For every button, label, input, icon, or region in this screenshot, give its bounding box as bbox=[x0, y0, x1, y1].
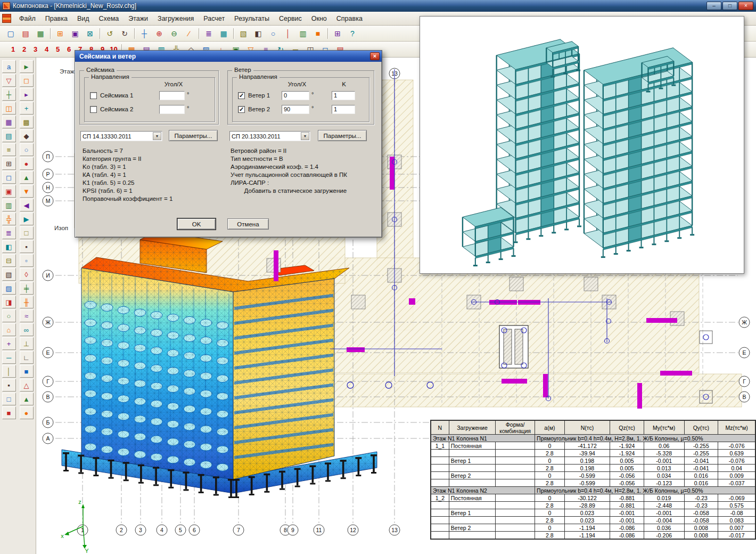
seismic-2-checkbox[interactable] bbox=[90, 106, 97, 113]
left-tool-icon-2-17[interactable]: ╪ bbox=[20, 282, 34, 295]
storey-number-3[interactable]: 3 bbox=[31, 45, 39, 53]
left-tool-icon-1-26[interactable]: ■ bbox=[2, 406, 16, 419]
walls-icon[interactable]: ▥ bbox=[296, 27, 310, 40]
wind-2-angle-field[interactable]: 90 bbox=[282, 105, 309, 114]
left-tool-icon-2-1[interactable]: ► bbox=[20, 60, 34, 73]
minimize-button[interactable]: – bbox=[706, 2, 721, 10]
wind-1-angle-field[interactable]: 0 bbox=[282, 91, 309, 100]
axes-cursor-icon[interactable]: ┼ bbox=[137, 27, 151, 40]
cancel-button[interactable]: Отмена bbox=[227, 218, 269, 230]
zoom-in-icon[interactable]: ⊕ bbox=[152, 27, 166, 40]
columns-icon[interactable]: │ bbox=[281, 27, 295, 40]
select-arrow-icon[interactable]: ◧ bbox=[251, 27, 265, 40]
wind-code-combobox[interactable]: СП 20.13330.2011 ▼ bbox=[229, 131, 310, 141]
wind-2-checkbox[interactable]: ✓ bbox=[238, 106, 245, 113]
menu-item-9[interactable]: Окно bbox=[307, 13, 332, 24]
dialog-titlebar[interactable]: Сейсмика и ветер × bbox=[75, 51, 382, 62]
left-tool-icon-1-20[interactable]: ⌂ bbox=[2, 323, 16, 336]
left-tool-icon-2-26[interactable]: ● bbox=[20, 406, 34, 419]
left-tool-icon-1-10[interactable]: ▣ bbox=[2, 185, 16, 198]
grid-icon[interactable]: ▦ bbox=[217, 27, 231, 40]
left-tool-icon-2-11[interactable]: ◀ bbox=[20, 199, 34, 211]
left-tool-icon-1-14[interactable]: ◧ bbox=[2, 240, 16, 253]
left-tool-icon-1-13[interactable]: ≣ bbox=[2, 226, 16, 239]
seismic-code-combobox[interactable]: СП 14.13330.2011 ▼ bbox=[80, 131, 162, 141]
seismic-2-angle-field[interactable] bbox=[159, 105, 185, 114]
menu-item-5[interactable]: Загружения bbox=[153, 13, 199, 24]
storey-number-2[interactable]: 2 bbox=[20, 45, 28, 53]
structural-frame-3d-view[interactable] bbox=[420, 17, 744, 273]
left-tool-icon-2-9[interactable]: ▲ bbox=[20, 171, 34, 184]
left-tool-icon-1-1[interactable]: а bbox=[2, 60, 16, 73]
left-tool-icon-2-16[interactable]: ◊ bbox=[20, 268, 34, 281]
left-tool-icon-2-10[interactable]: ▼ bbox=[20, 185, 34, 198]
zoom-out-icon[interactable]: ⊖ bbox=[167, 27, 181, 40]
combo-arrow-icon[interactable]: ▼ bbox=[153, 132, 161, 140]
stamp-icon[interactable]: ▣ bbox=[68, 27, 82, 40]
fragment-icon[interactable]: ▧ bbox=[236, 27, 250, 40]
left-tool-icon-2-6[interactable]: ◆ bbox=[20, 129, 34, 142]
dialog-close-button[interactable]: × bbox=[370, 52, 380, 60]
left-tool-icon-1-24[interactable]: ▪ bbox=[2, 379, 16, 392]
menu-item-4[interactable]: Этажи bbox=[124, 13, 153, 24]
left-tool-icon-2-18[interactable]: ╫ bbox=[20, 296, 34, 308]
left-tool-icon-2-21[interactable]: ⊥ bbox=[20, 337, 34, 350]
slabs-icon[interactable]: ■ bbox=[311, 27, 325, 40]
left-tool-icon-1-25[interactable]: □ bbox=[2, 393, 16, 405]
menu-item-3[interactable]: Схема bbox=[94, 13, 124, 24]
document-icon[interactable] bbox=[2, 14, 11, 23]
left-tool-icon-2-13[interactable]: □ bbox=[20, 226, 34, 239]
pen-icon[interactable]: ∕ bbox=[182, 27, 196, 40]
menu-item-2[interactable]: Вид bbox=[72, 13, 94, 24]
left-tool-icon-1-17[interactable]: ▨ bbox=[2, 282, 16, 295]
left-tool-icon-1-16[interactable]: ▧ bbox=[2, 268, 16, 281]
left-tool-icon-1-11[interactable]: ▥ bbox=[2, 199, 16, 211]
menu-item-6[interactable]: Расчет bbox=[199, 13, 229, 24]
left-tool-icon-2-12[interactable]: ▶ bbox=[20, 213, 34, 225]
erase-icon[interactable]: ⊠ bbox=[83, 27, 97, 40]
storey-number-1[interactable]: 1 bbox=[9, 45, 17, 53]
help-icon[interactable]: ? bbox=[346, 27, 359, 40]
menu-item-0[interactable]: Файл bbox=[14, 13, 40, 24]
left-tool-icon-2-23[interactable]: ■ bbox=[20, 365, 34, 378]
left-tool-icon-1-8[interactable]: ⊞ bbox=[2, 157, 16, 170]
window-titlebar[interactable]: Компоновка - [Khmelnicki_New_Rostv.chg] … bbox=[0, 0, 756, 12]
save-icon[interactable]: ▦ bbox=[34, 27, 47, 40]
model-3d-panel[interactable] bbox=[420, 16, 744, 274]
left-tool-icon-1-18[interactable]: ◨ bbox=[2, 296, 16, 308]
ok-button[interactable]: OK bbox=[177, 218, 216, 230]
wind-2-k-field[interactable]: 1 bbox=[332, 105, 355, 114]
import-icon[interactable]: ⊞ bbox=[53, 27, 67, 40]
left-tool-icon-2-5[interactable]: ▩ bbox=[20, 116, 34, 128]
maximize-button[interactable]: □ bbox=[722, 2, 737, 10]
left-tool-icon-1-22[interactable]: ─ bbox=[2, 351, 16, 364]
left-tool-icon-1-15[interactable]: ⊟ bbox=[2, 254, 16, 267]
seismic-params-button[interactable]: Параметры... bbox=[169, 130, 218, 141]
left-tool-icon-2-2[interactable]: ◻ bbox=[20, 74, 34, 87]
storeys-icon[interactable]: ≣ bbox=[202, 27, 216, 40]
left-tool-icon-1-3[interactable]: ┼ bbox=[2, 88, 16, 101]
menu-item-8[interactable]: Сервис bbox=[274, 13, 307, 24]
left-tool-icon-2-3[interactable]: ▸ bbox=[20, 88, 34, 101]
seismic-1-checkbox[interactable] bbox=[90, 92, 97, 99]
new-document-icon[interactable]: ▢ bbox=[4, 27, 18, 40]
left-tool-icon-1-5[interactable]: ▦ bbox=[2, 116, 16, 128]
close-button[interactable]: × bbox=[738, 2, 753, 10]
left-tool-icon-2-22[interactable]: ∟ bbox=[20, 351, 34, 364]
wind-1-k-field[interactable]: 1 bbox=[332, 91, 355, 100]
left-tool-icon-2-14[interactable]: ▪ bbox=[20, 240, 34, 253]
undo-icon[interactable]: ↺ bbox=[103, 27, 117, 40]
table-icon[interactable]: ⊞ bbox=[331, 27, 344, 40]
menu-item-10[interactable]: Справка bbox=[332, 13, 367, 24]
storey-number-5[interactable]: 5 bbox=[54, 45, 62, 53]
menu-item-7[interactable]: Результаты bbox=[229, 13, 274, 24]
left-tool-icon-2-7[interactable]: ○ bbox=[20, 143, 34, 156]
left-tool-icon-2-19[interactable]: ≈ bbox=[20, 309, 34, 322]
left-tool-icon-1-21[interactable]: + bbox=[2, 337, 16, 350]
storey-number-6[interactable]: 6 bbox=[65, 45, 73, 53]
seismic-1-angle-field[interactable] bbox=[159, 91, 185, 100]
left-tool-icon-2-24[interactable]: △ bbox=[20, 379, 34, 392]
left-tool-icon-1-19[interactable]: ○ bbox=[2, 309, 16, 322]
redo-icon[interactable]: ↻ bbox=[118, 27, 132, 40]
left-tool-icon-1-7[interactable]: ≡ bbox=[2, 143, 16, 156]
